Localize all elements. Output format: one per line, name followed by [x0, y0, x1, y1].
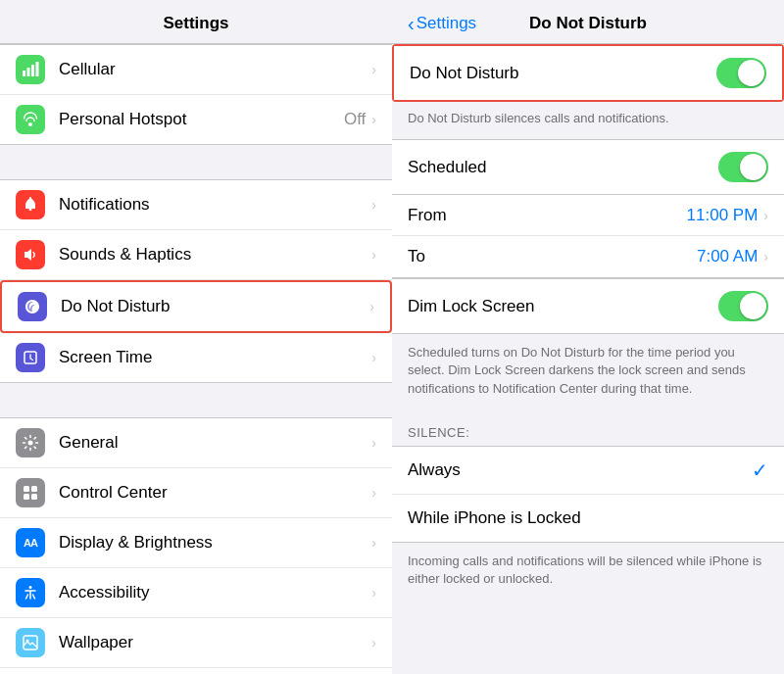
wallpaper-chevron: ›	[371, 635, 376, 650]
to-value: 7:00 AM	[457, 247, 758, 266]
scheduled-description: Scheduled turns on Do Not Disturb for th…	[392, 334, 784, 409]
checkmark-icon: ✓	[752, 458, 768, 482]
silence-section: Always ✓ While iPhone is Locked	[392, 446, 784, 543]
notifications-chevron: ›	[371, 197, 376, 213]
dnd-icon	[18, 292, 47, 321]
locked-description: Incoming calls and notifications will be…	[392, 543, 784, 600]
control-center-chevron: ›	[371, 485, 376, 501]
dnd-description: Do Not Disturb silences calls and notifi…	[392, 102, 784, 139]
right-title: Do Not Disturb	[529, 14, 647, 33]
from-label: From	[408, 206, 457, 225]
dnd-toggle[interactable]	[716, 58, 766, 88]
svg-rect-13	[31, 494, 37, 500]
from-chevron-icon: ›	[763, 208, 768, 223]
right-content: Do Not Disturb Do Not Disturb silences c…	[392, 44, 784, 674]
settings-list: Cellular › Personal Hotspot Off › Notifi…	[0, 44, 392, 674]
svg-point-4	[28, 122, 32, 126]
svg-rect-2	[31, 65, 34, 76]
screen-time-icon	[16, 343, 45, 372]
svg-rect-0	[23, 71, 25, 76]
sidebar-item-siri-search[interactable]: Siri & Search ›	[0, 668, 392, 674]
screen-time-chevron: ›	[371, 350, 376, 365]
section-top: Cellular › Personal Hotspot Off ›	[0, 44, 392, 145]
to-chevron-icon: ›	[763, 249, 768, 265]
general-label: General	[59, 433, 371, 453]
svg-point-9	[28, 441, 33, 446]
sounds-label: Sounds & Haptics	[59, 245, 371, 265]
svg-marker-7	[24, 249, 31, 261]
general-icon	[16, 428, 45, 457]
back-chevron-icon: ‹	[408, 13, 415, 35]
display-brightness-chevron: ›	[371, 535, 376, 551]
sidebar-item-do-not-disturb[interactable]: Do Not Disturb ›	[0, 280, 392, 333]
accessibility-chevron: ›	[371, 585, 376, 601]
dim-lock-knob	[740, 293, 766, 319]
scheduled-section: Scheduled	[392, 139, 784, 195]
from-row[interactable]: From 11:00 PM ›	[392, 195, 784, 236]
dnd-toggle-label: Do Not Disturb	[410, 64, 716, 83]
accessibility-label: Accessibility	[59, 583, 371, 602]
silence-always-row[interactable]: Always ✓	[392, 447, 784, 495]
general-chevron: ›	[371, 435, 376, 451]
cellular-chevron: ›	[371, 62, 376, 77]
sidebar-item-cellular[interactable]: Cellular ›	[0, 45, 392, 95]
dnd-toggle-row[interactable]: Do Not Disturb	[394, 46, 782, 100]
svg-point-14	[29, 586, 32, 589]
right-header: ‹ Settings Do Not Disturb	[392, 0, 784, 44]
cellular-label: Cellular	[59, 60, 371, 79]
silence-header: SILENCE:	[392, 409, 784, 446]
sidebar-item-screen-time[interactable]: Screen Time ›	[0, 333, 392, 382]
sounds-icon	[16, 240, 45, 269]
section-bottom: General › Control Center › AA Display & …	[0, 417, 392, 674]
notifications-icon	[16, 190, 45, 219]
silence-locked-label: While iPhone is Locked	[408, 508, 768, 528]
svg-rect-10	[24, 486, 29, 492]
hotspot-chevron: ›	[371, 112, 376, 127]
sidebar-item-control-center[interactable]: Control Center ›	[0, 468, 392, 518]
silence-always-label: Always	[408, 460, 752, 480]
wallpaper-icon	[16, 628, 45, 657]
to-row[interactable]: To 7:00 AM ›	[392, 236, 784, 277]
left-panel: Settings Cellular › Personal Hotspot Off…	[0, 0, 392, 674]
sidebar-item-wallpaper[interactable]: Wallpaper ›	[0, 618, 392, 668]
svg-rect-1	[27, 68, 30, 76]
dim-lock-toggle[interactable]	[718, 291, 768, 321]
sidebar-item-general[interactable]: General ›	[0, 418, 392, 468]
from-to-section: From 11:00 PM › To 7:00 AM ›	[392, 195, 784, 278]
notifications-label: Notifications	[59, 195, 371, 215]
sidebar-item-display-brightness[interactable]: AA Display & Brightness ›	[0, 518, 392, 568]
sidebar-item-sounds[interactable]: Sounds & Haptics ›	[0, 230, 392, 280]
silence-locked-row[interactable]: While iPhone is Locked	[392, 495, 784, 542]
sidebar-item-personal-hotspot[interactable]: Personal Hotspot Off ›	[0, 95, 392, 144]
to-label: To	[408, 247, 457, 266]
svg-rect-3	[36, 62, 39, 76]
sounds-chevron: ›	[371, 247, 376, 263]
control-center-label: Control Center	[59, 483, 371, 503]
sidebar-item-notifications[interactable]: Notifications ›	[0, 180, 392, 230]
svg-rect-5	[29, 209, 32, 211]
gap-2	[0, 383, 392, 417]
svg-point-6	[29, 197, 31, 199]
back-button[interactable]: ‹ Settings	[408, 13, 476, 35]
right-panel: ‹ Settings Do Not Disturb Do Not Disturb…	[392, 0, 784, 674]
hotspot-label: Personal Hotspot	[59, 110, 344, 129]
scheduled-toggle[interactable]	[718, 152, 768, 182]
sidebar-item-accessibility[interactable]: Accessibility ›	[0, 568, 392, 618]
wallpaper-label: Wallpaper	[59, 633, 371, 652]
dnd-toggle-knob	[738, 60, 764, 86]
back-label: Settings	[416, 14, 476, 33]
left-header: Settings	[0, 0, 392, 44]
svg-rect-12	[24, 494, 29, 500]
svg-rect-11	[31, 486, 37, 492]
accessibility-icon	[16, 578, 45, 607]
control-center-icon	[16, 478, 45, 507]
display-brightness-label: Display & Brightness	[59, 533, 371, 553]
scheduled-row[interactable]: Scheduled	[392, 140, 784, 194]
dnd-toggle-section: Do Not Disturb	[392, 44, 784, 102]
dnd-chevron: ›	[369, 299, 374, 314]
scheduled-label: Scheduled	[408, 158, 718, 177]
left-title: Settings	[163, 14, 228, 32]
hotspot-value: Off	[344, 110, 366, 129]
from-value: 11:00 PM	[457, 206, 758, 225]
dim-lock-row[interactable]: Dim Lock Screen	[392, 279, 784, 333]
